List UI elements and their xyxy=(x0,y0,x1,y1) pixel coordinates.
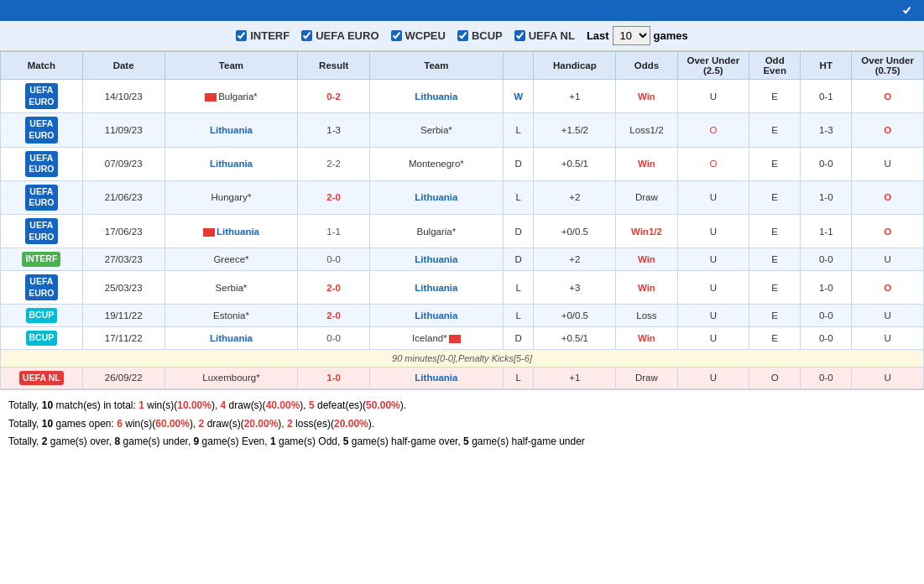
flag-icon xyxy=(203,228,215,237)
cell-odds: Win xyxy=(616,80,677,113)
cell-wdl: L xyxy=(503,367,534,389)
cell-handicap: +0.5/1 xyxy=(534,326,616,349)
team2-name: Montenegro* xyxy=(409,159,464,169)
match-badge: BCUP xyxy=(26,331,58,346)
cell-date: 17/06/23 xyxy=(82,215,164,248)
cell-wdl: D xyxy=(503,326,534,349)
cell-oddeven: E xyxy=(749,305,801,327)
cell-odds: Win xyxy=(616,147,677,180)
cell-team2: Lithuania xyxy=(369,305,503,327)
cell-team2: Montenegro* xyxy=(369,147,503,180)
team1-name: Lithuania xyxy=(210,333,253,343)
filter-bcup-label: BCUP xyxy=(472,29,503,42)
table-row: BCUP19/11/22Estonia*2-0LithuaniaL+0/0.5L… xyxy=(1,305,924,327)
cell-ou25: O xyxy=(677,113,749,147)
cell-ou075: O xyxy=(852,180,924,214)
filter-uefanl-checkbox[interactable] xyxy=(514,30,525,41)
cell-result: 1-0 xyxy=(298,367,370,389)
filter-uefaeuro[interactable]: UEFA EURO xyxy=(301,29,378,42)
cell-ou25: U xyxy=(677,248,749,271)
filter-bcup[interactable]: BCUP xyxy=(457,29,503,42)
filter-uefanl-label: UEFA NL xyxy=(529,29,575,42)
cell-match: UEFA EURO xyxy=(1,215,83,248)
team1-name: Bulgaria* xyxy=(218,91,258,102)
match-badge: BCUP xyxy=(26,308,58,323)
cell-match: INTERF xyxy=(1,248,83,271)
filter-interf-checkbox[interactable] xyxy=(236,30,247,41)
cell-date: 25/03/23 xyxy=(82,271,164,305)
cell-handicap: +2 xyxy=(534,248,616,271)
cell-ht: 0-0 xyxy=(801,326,852,349)
cell-ou25: U xyxy=(677,305,749,327)
match-badge: UEFA EURO xyxy=(25,83,57,109)
cell-handicap: +0.5/1 xyxy=(534,147,616,180)
cell-date: 17/11/22 xyxy=(82,326,164,349)
table-row: BCUP17/11/22Lithuania0-0Iceland*D+0.5/1W… xyxy=(1,326,924,349)
cell-odds: Win xyxy=(616,248,677,271)
cell-team2: Lithuania xyxy=(369,80,503,113)
cell-result: 1-1 xyxy=(298,215,370,248)
last-label: Last xyxy=(587,29,609,42)
cell-handicap: +2 xyxy=(534,180,616,214)
cell-wdl: L xyxy=(503,180,534,214)
cell-result: 2-2 xyxy=(298,147,370,180)
filter-uefaeuro-checkbox[interactable] xyxy=(301,30,312,41)
cell-ou075: O xyxy=(852,113,924,147)
cell-wdl: L xyxy=(503,271,534,305)
match-badge: UEFA EURO xyxy=(25,274,57,300)
filters-bar: INTERF UEFA EURO WCPEU BCUP UEFA NL Last… xyxy=(0,21,924,51)
cell-team1: Hungary* xyxy=(164,180,298,214)
match-badge: UEFA EURO xyxy=(25,185,57,211)
cell-wdl: L xyxy=(503,113,534,147)
cell-ou075: O xyxy=(852,215,924,248)
cell-ht: 0-0 xyxy=(801,147,852,180)
team2-name: Bulgaria* xyxy=(417,227,457,237)
header xyxy=(0,0,924,21)
cell-result: 2-0 xyxy=(298,305,370,327)
cell-oddeven: E xyxy=(749,113,801,147)
cell-match: UEFA EURO xyxy=(1,180,83,214)
team2-name: Lithuania xyxy=(415,192,457,202)
cell-note: 90 minutes[0-0],Penalty Kicks[5-6] xyxy=(1,349,924,367)
filter-uefanl[interactable]: UEFA NL xyxy=(514,29,575,42)
cell-wdl: D xyxy=(503,147,534,180)
team2-name: Lithuania xyxy=(415,254,457,264)
team2-name: Lithuania xyxy=(415,283,457,293)
team1-name: Lithuania xyxy=(210,159,253,169)
summary-line2: Totally, 10 games open: 6 win(s)(60.00%)… xyxy=(8,415,916,434)
table-header-row: Match Date Team Result Team Handicap Odd… xyxy=(1,52,924,80)
team1-name: Estonia* xyxy=(213,310,249,321)
filter-wcpeu[interactable]: WCPEU xyxy=(391,29,446,42)
flag-icon xyxy=(205,93,217,102)
filter-interf[interactable]: INTERF xyxy=(236,29,290,42)
display-notes-label[interactable] xyxy=(901,5,916,16)
cell-ou075: O xyxy=(852,271,924,305)
col-header-oddeven: Odd Even xyxy=(749,52,801,80)
cell-ou25: U xyxy=(677,215,749,248)
table-row: UEFA NL26/09/22Luxembourg*1-0LithuaniaL+… xyxy=(1,367,924,389)
team2-name: Iceland* xyxy=(412,333,447,343)
filter-bcup-checkbox[interactable] xyxy=(457,30,468,41)
cell-match: UEFA EURO xyxy=(1,80,83,113)
team2-name: Lithuania xyxy=(415,91,457,102)
cell-handicap: +0/0.5 xyxy=(534,305,616,327)
cell-ou075: U xyxy=(852,248,924,271)
cell-ht: 0-0 xyxy=(801,305,852,327)
cell-match: BCUP xyxy=(1,305,83,327)
cell-ou25: U xyxy=(677,367,749,389)
col-header-odds: Odds xyxy=(616,52,677,80)
last-select[interactable]: 10 20 30 50 xyxy=(613,26,650,45)
team1-name: Greece* xyxy=(213,254,248,264)
cell-handicap: +3 xyxy=(534,271,616,305)
cell-oddeven: E xyxy=(749,248,801,271)
filter-interf-label: INTERF xyxy=(250,29,290,42)
filter-wcpeu-checkbox[interactable] xyxy=(391,30,402,41)
cell-ht: 0-0 xyxy=(801,248,852,271)
match-badge: UEFA NL xyxy=(19,371,64,386)
cell-match: UEFA NL xyxy=(1,367,83,389)
cell-team1: Luxembourg* xyxy=(164,367,298,389)
table-row: UEFA EURO21/06/23Hungary*2-0LithuaniaL+2… xyxy=(1,180,924,214)
col-header-result: Result xyxy=(298,52,370,80)
display-notes-checkbox[interactable] xyxy=(901,5,912,16)
team1-name: Serbia* xyxy=(216,283,248,293)
